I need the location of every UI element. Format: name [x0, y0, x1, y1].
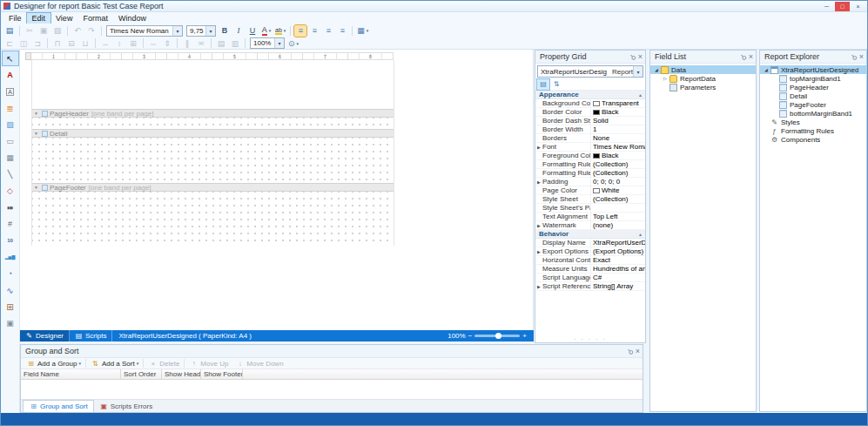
property-row-foreground-col[interactable]: Foreground ColBlack: [535, 152, 645, 160]
subreport-tool[interactable]: ▣: [3, 316, 18, 330]
property-section-appearance[interactable]: Appearance▲: [535, 91, 645, 99]
zoom-out-icon[interactable]: −: [468, 332, 473, 340]
rich-text-tool[interactable]: ≣: [3, 101, 18, 115]
dropdown-arrow-icon[interactable]: ▾: [633, 66, 643, 77]
report-page[interactable]: ▼PageHeader[one band per page]▼Detail▼Pa…: [31, 60, 394, 246]
property-row-watermark[interactable]: ▶Watermark(none): [535, 221, 645, 230]
undo-icon[interactable]: ↶: [71, 25, 84, 37]
tab-group-and-sort[interactable]: ⊞Group and Sort: [23, 400, 94, 412]
property-row-page-color[interactable]: Page ColorWhite: [535, 186, 645, 195]
dropdown-arrow-icon[interactable]: ▾: [137, 361, 139, 366]
tab-scripts-errors[interactable]: ▣Scripts Errors: [94, 400, 158, 412]
italic-button[interactable]: I: [232, 25, 245, 37]
align-justify-button[interactable]: ≡: [336, 25, 348, 37]
expand-arrow-icon[interactable]: ▶: [535, 249, 542, 254]
property-value[interactable]: Hundredths of an I...: [591, 265, 645, 273]
band-header-pagefooter[interactable]: ▼PageFooter[one band per page]: [32, 183, 394, 192]
band-header-pageheader[interactable]: ▼PageHeader[one band per page]: [32, 109, 394, 118]
property-value[interactable]: XtraReportUserDe...: [591, 239, 645, 247]
property-value[interactable]: Transparent: [591, 99, 645, 107]
expanded-arrow-icon[interactable]: ◢: [763, 67, 770, 72]
property-row-formatting-rule[interactable]: Formatting Rule(Collection): [535, 160, 645, 169]
collapse-arrow-icon[interactable]: ▲: [638, 92, 643, 98]
line-tool[interactable]: ╲: [3, 167, 18, 181]
property-row-border-color[interactable]: Border ColorBlack: [535, 108, 645, 117]
redo-icon[interactable]: ↷: [85, 25, 98, 37]
add-a-group-button[interactable]: ⊞Add a Group▾: [23, 358, 84, 369]
tree-item-bottommarginband1[interactable]: bottomMarginBand1: [760, 109, 866, 118]
panel-tool[interactable]: ▭: [3, 134, 18, 148]
tree-item-pageheader[interactable]: PageHeader: [760, 83, 866, 91]
property-row-measure-units[interactable]: Measure UnitsHundredths of an I...: [535, 265, 645, 274]
property-value[interactable]: Solid: [591, 117, 645, 125]
column-header-sort-order[interactable]: Sort Order: [121, 369, 162, 379]
align-right-edges-button[interactable]: ⊐: [31, 37, 44, 49]
zoom-slider-thumb[interactable]: [495, 333, 501, 339]
tree-item-topmarginband1[interactable]: topMarginBand1: [760, 74, 866, 83]
column-header-field-name[interactable]: Field Name: [21, 369, 121, 379]
column-header-show-header[interactable]: Show Header: [162, 369, 201, 379]
picture-box-tool[interactable]: ▨: [3, 118, 18, 132]
close-icon[interactable]: ×: [638, 52, 643, 61]
zoom-combo[interactable]: 100%▾: [250, 37, 285, 49]
expand-arrow-icon[interactable]: ▶: [535, 223, 542, 228]
design-surface[interactable]: 12345678 ▼PageHeader[one band per page]▼…: [20, 50, 534, 330]
tree-item-formatting-rules[interactable]: ƒFormatting Rules: [760, 126, 866, 135]
menu-item-view[interactable]: View: [50, 13, 77, 24]
tree-item-pagefooter[interactable]: PageFooter: [760, 100, 866, 109]
page-info-tool[interactable]: 10: [3, 233, 18, 247]
pin-icon[interactable]: ⚲: [850, 52, 859, 62]
font-name-combo[interactable]: Times New Roman▾: [106, 25, 183, 37]
center-horizontally-button[interactable]: ∥: [181, 37, 193, 49]
pin-icon[interactable]: ⚲: [626, 347, 636, 356]
property-row-style-sheet[interactable]: Style Sheet(Collection): [535, 195, 645, 204]
send-to-back-button[interactable]: ▥: [229, 37, 241, 49]
shape-tool[interactable]: ◇: [3, 184, 18, 198]
property-value[interactable]: (Collection): [591, 195, 645, 203]
pivot-grid-tool[interactable]: ⊞: [3, 300, 18, 314]
collapse-arrow-icon[interactable]: ▼: [34, 131, 38, 136]
tree-item-components[interactable]: ⚙Components: [760, 135, 866, 144]
tree-item-reportdata[interactable]: ▷ReportData: [650, 74, 756, 83]
dropdown-arrow-icon[interactable]: ▾: [284, 28, 286, 33]
dropdown-arrow-icon[interactable]: ▾: [205, 26, 215, 36]
dropdown-arrow-icon[interactable]: ▾: [78, 361, 81, 366]
pin-icon[interactable]: ⚲: [629, 52, 638, 62]
make-same-size-button[interactable]: ⊞: [127, 37, 139, 49]
collapse-arrow-icon[interactable]: ▲: [638, 232, 643, 237]
close-icon[interactable]: ×: [636, 347, 640, 355]
property-row-border-dash-sty[interactable]: Border Dash StySolid: [535, 117, 645, 125]
menu-item-edit[interactable]: Edit: [27, 13, 51, 24]
expanded-arrow-icon[interactable]: ◢: [653, 67, 660, 72]
property-value[interactable]: Top Left: [591, 213, 645, 220]
align-left-edges-button[interactable]: ⊏: [3, 37, 16, 49]
property-row-font[interactable]: ▶FontTimes New Roman;...: [535, 143, 645, 152]
center-vertically-button[interactable]: ≍: [195, 37, 207, 49]
property-value[interactable]: (none): [591, 221, 645, 229]
expand-arrow-icon[interactable]: ▶: [535, 284, 542, 289]
zoom-tool-button[interactable]: ⊙▾: [287, 37, 299, 49]
close-icon[interactable]: ×: [859, 52, 864, 61]
sparkline-tool[interactable]: ∿: [3, 283, 18, 297]
font-color-button[interactable]: A▾: [260, 25, 273, 37]
cut-icon[interactable]: ✂: [24, 25, 36, 37]
zoom-in-icon[interactable]: +: [522, 332, 527, 340]
move-up-button[interactable]: ↑Move Up: [185, 358, 232, 369]
property-row-text-alignment[interactable]: Text AlignmentTop Left: [535, 213, 645, 221]
character-comb-tool[interactable]: A: [3, 85, 18, 98]
alphabetical-view-button[interactable]: ⇅: [550, 79, 562, 90]
align-top-edges-button[interactable]: ⊓: [51, 37, 64, 49]
align-bottom-edges-button[interactable]: ⊔: [79, 37, 91, 49]
band-content-pageheader[interactable]: [32, 118, 394, 129]
underline-button[interactable]: U: [246, 25, 259, 37]
property-value[interactable]: (Export Options): [591, 247, 645, 255]
chart-tool[interactable]: ▂▅▇: [3, 250, 18, 264]
tab-designer[interactable]: ✎Designer: [20, 330, 70, 341]
property-row-background-col[interactable]: Background ColTransparent: [535, 99, 645, 108]
dropdown-arrow-icon[interactable]: ▾: [172, 26, 182, 36]
band-header-detail[interactable]: ▼Detail: [32, 129, 394, 138]
horizontal-spacing-button[interactable]: ⇔: [147, 37, 159, 49]
property-value[interactable]: 0; 0; 0; 0: [591, 178, 645, 186]
property-row-border-width[interactable]: Border Width1: [535, 125, 645, 134]
dropdown-arrow-icon[interactable]: ▾: [269, 28, 272, 33]
